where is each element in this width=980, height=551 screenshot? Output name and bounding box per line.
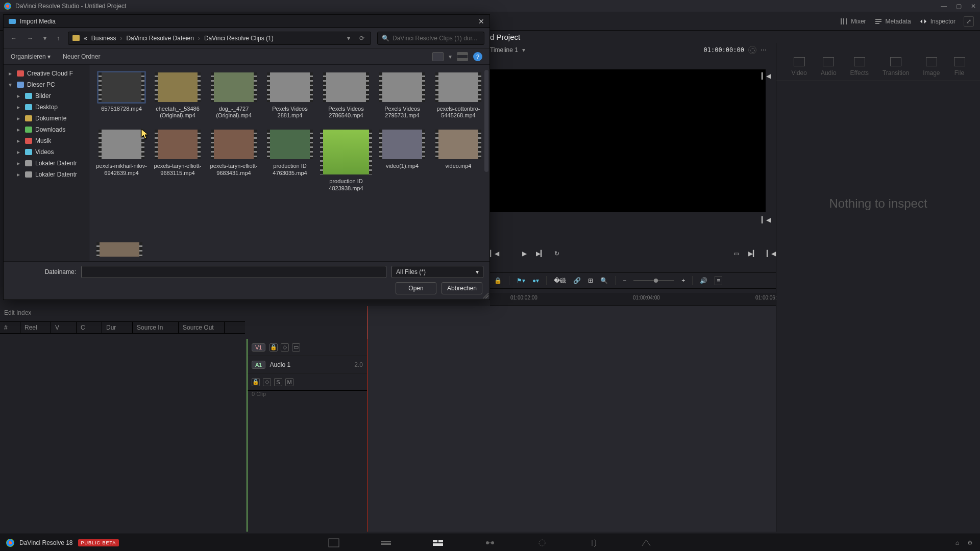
play-button[interactable]: ▶ <box>522 250 527 257</box>
lock-button[interactable]: 🔒 <box>494 277 502 284</box>
media-page-button[interactable] <box>328 538 339 547</box>
file-item[interactable]: pexels-taryn-elliott-9683115.mp4 <box>151 128 205 191</box>
file-item[interactable]: pexels-cottonbro-5445268.mp4 <box>431 71 485 119</box>
crumb-business[interactable]: Business <box>91 35 116 42</box>
crumb-root[interactable]: « <box>84 35 87 42</box>
program-viewer[interactable] <box>490 69 766 212</box>
tree-pictures[interactable]: Bilder <box>4 90 89 102</box>
col-c[interactable]: C <box>77 322 102 333</box>
crumb-resolve-clips[interactable]: DaVinci Resolve Clips (1) <box>204 35 274 42</box>
a1-lock-button[interactable]: 🔒 <box>252 378 260 386</box>
maximize-button[interactable]: ▢ <box>956 3 962 10</box>
file-item-partial[interactable] <box>96 242 142 257</box>
timeline-dropdown-icon[interactable]: ▾ <box>522 46 525 54</box>
col-sout[interactable]: Source Out <box>179 322 225 333</box>
nav-recent-button[interactable]: ▾ <box>41 33 48 44</box>
tree-music[interactable]: Musik <box>4 135 89 146</box>
file-grid[interactable]: 657518728.mp4 cheetah_-_53486 (Original)… <box>89 65 489 261</box>
a1-mute-button[interactable]: M <box>285 378 293 386</box>
close-window-button[interactable]: ✕ <box>971 3 976 10</box>
inspector-tab-image[interactable]: Image <box>923 57 940 77</box>
file-item[interactable]: pexels-taryn-elliott-9683431.mp4 <box>207 128 261 191</box>
v1-enable-button[interactable]: ▭ <box>292 343 300 352</box>
project-settings-button[interactable]: ⚙ <box>967 539 973 546</box>
inspector-tab-video[interactable]: Video <box>791 57 806 77</box>
tree-creative-cloud[interactable]: Creative Cloud F <box>4 68 89 79</box>
a1-solo-button[interactable]: S <box>274 378 282 386</box>
inspector-tab-audio[interactable]: Audio <box>821 57 837 77</box>
zoom-slider[interactable] <box>633 280 674 281</box>
video-track-1[interactable]: V1 🔒 ◇ ▭ <box>248 339 367 356</box>
file-item[interactable]: video(1).mp4 <box>375 128 429 191</box>
link-button[interactable]: 🔗 <box>573 277 581 284</box>
timeline-options-button[interactable]: ≡ <box>715 276 722 285</box>
a1-autosync-button[interactable]: ◇ <box>263 378 271 386</box>
mixer-panel-toggle[interactable]: Mixer <box>840 17 866 26</box>
go-start-button[interactable]: ▎◀ <box>767 250 776 257</box>
minimize-button[interactable]: — <box>941 3 947 10</box>
v1-badge[interactable]: V1 <box>252 343 265 352</box>
col-reel[interactable]: Reel <box>20 322 51 333</box>
color-page-button[interactable] <box>536 538 548 547</box>
open-button[interactable]: Open <box>396 282 436 294</box>
tree-disk2[interactable]: Lokaler Datentr <box>4 169 89 180</box>
zoom-out-button[interactable]: − <box>623 277 626 284</box>
edit-page-button[interactable] <box>432 538 444 547</box>
inspector-tab-transition[interactable]: Transition <box>883 57 909 77</box>
file-item[interactable]: 657518728.mp4 <box>94 71 149 119</box>
view-dropdown[interactable]: ▾ <box>449 53 452 60</box>
file-item[interactable]: production ID 4763035.mp4 <box>263 128 317 191</box>
folder-tree[interactable]: Creative Cloud F Dieser PC Bilder Deskto… <box>4 65 89 261</box>
timeline-canvas[interactable] <box>368 306 776 532</box>
nav-forward-button[interactable]: → <box>25 33 35 44</box>
match-frame-button[interactable]: ▭ <box>733 250 739 257</box>
tree-desktop[interactable]: Desktop <box>4 102 89 113</box>
breadcrumb-dropdown[interactable]: ▾ <box>344 35 353 42</box>
refresh-button[interactable]: ⟳ <box>357 35 366 42</box>
zoom-in-button[interactable]: + <box>681 277 685 284</box>
file-item[interactable]: Pexels Videos 2786540.mp4 <box>319 71 373 119</box>
list-view-button[interactable] <box>457 52 468 61</box>
flag-blue-button[interactable]: ⚑▾ <box>517 277 525 284</box>
timeline-ruler[interactable]: 01:00:02:00 01:00:04:00 01:00:06: <box>490 293 776 306</box>
home-button[interactable]: ⌂ <box>955 539 959 546</box>
v1-lock-button[interactable]: 🔒 <box>270 343 278 352</box>
file-item[interactable]: pexels-mikhail-nilov-6942639.mp4 <box>94 128 149 191</box>
search-timeline-button[interactable]: 🔍 <box>600 277 608 284</box>
tree-videos[interactable]: Videos <box>4 146 89 158</box>
next-clip-button[interactable]: ▶▎ <box>536 250 545 257</box>
file-item[interactable]: production ID 4823938.mp4 <box>319 128 373 191</box>
audio-track-1-header[interactable]: A1 Audio 1 2.0 <box>248 356 367 373</box>
col-dur[interactable]: Dur <box>102 322 133 333</box>
organize-menu[interactable]: Organisieren ▾ <box>11 53 51 60</box>
new-folder-button[interactable]: Neuer Ordner <box>63 53 100 60</box>
fairlight-page-button[interactable] <box>589 538 600 547</box>
nav-up-button[interactable]: ↑ <box>55 33 62 44</box>
help-button[interactable]: ? <box>473 52 482 61</box>
deliver-page-button[interactable] <box>641 538 652 547</box>
volume-icon[interactable]: 🔊 <box>700 277 707 284</box>
tree-documents[interactable]: Dokumente <box>4 113 89 124</box>
viewer-menu-button[interactable]: ⋯ <box>761 46 767 54</box>
file-item[interactable]: dog_-_4727 (Original).mp4 <box>207 71 261 119</box>
timecode-options-icon[interactable]: ◌ <box>748 46 756 54</box>
file-filter-dropdown[interactable]: All Files (*) ▾ <box>391 266 483 278</box>
thumbnail-view-button[interactable] <box>432 52 444 61</box>
col-sin[interactable]: Source In <box>133 322 179 333</box>
v1-autosync-button[interactable]: ◇ <box>281 343 289 352</box>
playhead[interactable] <box>368 306 368 532</box>
viewer-timecode[interactable]: 01:00:00:00 <box>704 46 744 54</box>
inspector-panel-toggle[interactable]: Inspector <box>919 17 955 26</box>
viewer-last-frame-button[interactable]: ▎◀ <box>762 216 771 223</box>
cancel-button[interactable]: Abbrechen <box>442 282 482 294</box>
inspector-tab-effects[interactable]: Effects <box>850 57 869 77</box>
filename-input[interactable] <box>81 266 386 278</box>
cut-page-button[interactable] <box>380 538 391 547</box>
tree-downloads[interactable]: Downloads <box>4 124 89 135</box>
prev-clip-button[interactable]: ▎◀ <box>490 250 499 257</box>
nav-back-button[interactable]: ← <box>9 33 19 44</box>
fusion-page-button[interactable] <box>484 538 496 547</box>
dialog-resize-grip[interactable] <box>482 292 488 298</box>
dialog-titlebar[interactable]: Import Media ✕ <box>4 15 489 28</box>
go-end-button[interactable]: ▶▎ <box>748 250 757 257</box>
